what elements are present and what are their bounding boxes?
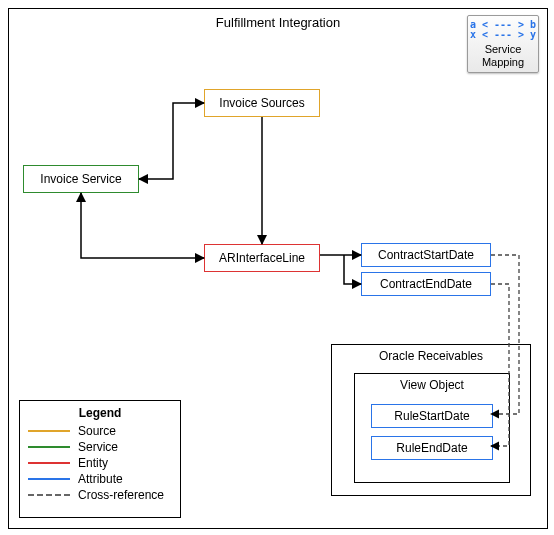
legend-row-attribute: Attribute xyxy=(28,472,172,486)
legend-swatch-cross-reference xyxy=(28,494,70,496)
legend-label-entity: Entity xyxy=(78,456,108,470)
legend-label-attribute: Attribute xyxy=(78,472,123,486)
service-mapping-label-1: Service xyxy=(485,43,522,56)
legend-label-source: Source xyxy=(78,424,116,438)
legend-row-source: Source xyxy=(28,424,172,438)
node-invoice-sources: Invoice Sources xyxy=(204,89,320,117)
node-invoice-service: Invoice Service xyxy=(23,165,139,193)
legend-swatch-source xyxy=(28,430,70,432)
service-mapping-icon: a < --- > b x < --- > y xyxy=(470,20,536,41)
diagram-frame: Fulfillment Integration a < --- > b x < … xyxy=(8,8,548,529)
legend-row-cross-reference: Cross-reference xyxy=(28,488,172,502)
node-rule-end-date: RuleEndDate xyxy=(371,436,493,460)
oracle-receivables-title: Oracle Receivables xyxy=(332,349,530,363)
legend: Legend Source Service Entity Attribute C… xyxy=(19,400,181,518)
container-oracle-receivables: Oracle Receivables View Object RuleStart… xyxy=(331,344,531,496)
node-rule-start-date: RuleStartDate xyxy=(371,404,493,428)
legend-swatch-entity xyxy=(28,462,70,464)
legend-row-service: Service xyxy=(28,440,172,454)
service-mapping-button[interactable]: a < --- > b x < --- > y Service Mapping xyxy=(467,15,539,73)
legend-swatch-service xyxy=(28,446,70,448)
legend-label-service: Service xyxy=(78,440,118,454)
node-contract-end-date: ContractEndDate xyxy=(361,272,491,296)
node-ar-interface-line: ARInterfaceLine xyxy=(204,244,320,272)
legend-label-cross-reference: Cross-reference xyxy=(78,488,164,502)
node-contract-start-date: ContractStartDate xyxy=(361,243,491,267)
container-view-object: View Object RuleStartDate RuleEndDate xyxy=(354,373,510,483)
view-object-title: View Object xyxy=(355,378,509,392)
legend-title: Legend xyxy=(28,406,172,420)
service-mapping-label-2: Mapping xyxy=(482,56,524,69)
legend-swatch-attribute xyxy=(28,478,70,480)
legend-row-entity: Entity xyxy=(28,456,172,470)
